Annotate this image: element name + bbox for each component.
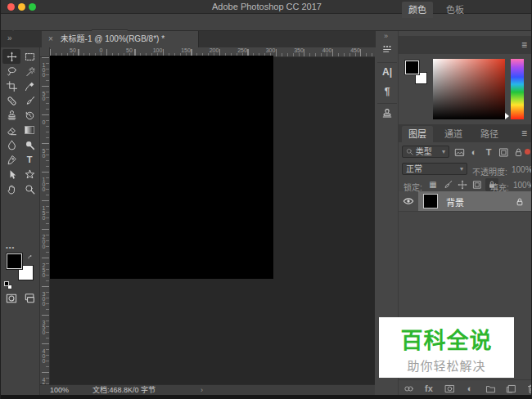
swap-colors-icon[interactable] xyxy=(28,251,35,266)
filter-search-icon xyxy=(406,148,413,155)
ruler-label: 300 xyxy=(264,47,277,53)
mask-icon[interactable] xyxy=(443,382,456,395)
ruler-label: 150 xyxy=(41,205,47,220)
tab-paths[interactable]: 路径 xyxy=(474,126,505,142)
tab-layers[interactable]: 图层 xyxy=(402,126,433,142)
ruler-label: 50 xyxy=(41,91,47,101)
layer-name: 背景 xyxy=(446,195,464,208)
layer-lock-icon xyxy=(515,195,525,210)
ruler-label: 0 xyxy=(95,47,108,53)
folder-icon[interactable] xyxy=(484,382,497,395)
color-panel-menu-icon[interactable]: ≡ xyxy=(521,39,527,51)
saturation-brightness-field[interactable] xyxy=(433,59,505,119)
ruler-label: 350 xyxy=(41,320,47,334)
ruler-label: 150 xyxy=(179,47,192,53)
ruler-label: 50 xyxy=(66,47,79,53)
layer-row-background[interactable]: 背景 xyxy=(418,191,532,211)
tool-eyedropper[interactable] xyxy=(20,78,38,93)
tool-crop[interactable] xyxy=(2,78,20,93)
ruler-label: 250 xyxy=(41,262,47,277)
tab-close-icon[interactable]: × xyxy=(48,34,53,43)
edit-toolbar-ellipsis-icon[interactable]: ••• xyxy=(6,244,15,251)
hue-slider[interactable] xyxy=(511,59,524,119)
tool-dodge[interactable] xyxy=(20,137,38,152)
ruler-label: 100 xyxy=(41,177,47,191)
lock-icon[interactable] xyxy=(512,146,525,159)
tool-shape[interactable] xyxy=(20,167,38,182)
tool-marquee[interactable] xyxy=(20,49,38,64)
tool-healing[interactable] xyxy=(2,93,20,108)
ruler-label: 450 xyxy=(41,377,47,384)
document-tab-title: 未标题-1 @ 100%(RGB/8*) * xyxy=(61,34,165,43)
foreground-color-swatch[interactable] xyxy=(7,253,22,269)
toolbar-expand-icon[interactable]: » xyxy=(7,34,12,43)
tool-hand[interactable] xyxy=(2,182,20,196)
ruler-label: 200 xyxy=(208,47,221,53)
clone-source-panel-icon[interactable] xyxy=(381,108,394,121)
filter-toggle-dot[interactable] xyxy=(525,149,530,155)
character-panel-icon[interactable]: A| xyxy=(381,65,394,78)
link-icon[interactable] xyxy=(402,382,415,395)
adjust-icon[interactable]: ◐ xyxy=(467,146,480,159)
move-icon[interactable] xyxy=(456,178,469,191)
tools-panel: T ••• xyxy=(1,47,40,395)
tool-clone-stamp[interactable] xyxy=(2,108,20,123)
tool-history-brush[interactable] xyxy=(20,108,38,123)
fx-icon[interactable]: fx xyxy=(422,382,435,395)
brush-icon[interactable] xyxy=(441,178,454,191)
document-canvas[interactable] xyxy=(50,56,273,279)
layer-filter-icons: ◐T xyxy=(453,146,525,159)
watermark-subtitle: 助你轻松解决 xyxy=(379,356,514,374)
layer-filter-dropdown[interactable]: 类型▾ xyxy=(402,146,449,158)
tool-type[interactable]: T xyxy=(20,152,38,167)
adjust-icon[interactable]: ◐ xyxy=(463,382,476,395)
tool-gradient[interactable] xyxy=(20,123,38,137)
swatches-panel-icon[interactable] xyxy=(381,43,394,56)
frame-icon[interactable] xyxy=(497,146,510,159)
layers-panel-menu-icon[interactable]: ≡ xyxy=(521,128,527,139)
tool-pen[interactable] xyxy=(2,152,20,167)
tool-lasso[interactable] xyxy=(2,64,20,78)
trash-icon[interactable] xyxy=(525,382,532,395)
hue-slider-marker[interactable] xyxy=(505,113,509,119)
paragraph-panel-icon[interactable]: ¶ xyxy=(381,85,394,98)
ruler-origin-corner[interactable] xyxy=(40,47,50,57)
ruler-label: 350 xyxy=(292,47,305,53)
tool-eraser[interactable] xyxy=(2,123,20,137)
tool-zoom[interactable] xyxy=(20,182,38,196)
image-icon[interactable] xyxy=(453,146,466,159)
layer-thumbnail[interactable] xyxy=(423,194,438,208)
photoshop-window: Adobe Photoshop CC 2017 ▾ 自动选择: 图层▾ 显示变换… xyxy=(0,0,532,399)
ruler-label: 400 xyxy=(41,348,47,363)
tab-swatches[interactable]: 色板 xyxy=(440,2,471,18)
opacity-label: 不透明度: xyxy=(472,165,507,177)
default-colors-icon[interactable] xyxy=(4,281,9,286)
layers-footer-icons: fx◐ xyxy=(402,382,532,395)
watermark-overlay: 百科全说 助你轻松解决 xyxy=(379,317,514,378)
tab-color[interactable]: 颜色 xyxy=(402,2,433,18)
checker-icon[interactable]: ▦ xyxy=(426,178,440,191)
blend-mode-dropdown[interactable]: 正常▾ xyxy=(402,163,467,175)
ruler-label: 50 xyxy=(41,148,47,158)
tool-brush[interactable] xyxy=(20,93,38,108)
screen-mode-icon[interactable] xyxy=(24,293,35,307)
ruler-label: 100 xyxy=(41,62,47,77)
quick-mask-icon[interactable] xyxy=(6,293,17,307)
window-bottom-edge xyxy=(1,395,532,399)
tool-path-select[interactable] xyxy=(2,167,20,182)
color-panel-foreground-swatch[interactable] xyxy=(405,61,419,74)
watermark-title: 百科全说 xyxy=(379,323,514,355)
vertical-ruler: 10050050100150200250300350400450 xyxy=(40,57,50,384)
layer-visibility-eye-icon[interactable] xyxy=(403,195,414,210)
document-tab[interactable]: × 未标题-1 @ 100%(RGB/8*) * xyxy=(42,31,199,47)
frame-icon[interactable] xyxy=(471,178,484,191)
tool-blur[interactable] xyxy=(2,137,20,152)
tab-channels[interactable]: 通道 xyxy=(438,126,469,142)
dock-expand-icon[interactable]: » xyxy=(384,32,388,40)
tool-move[interactable] xyxy=(2,49,20,64)
tool-magic-wand[interactable] xyxy=(20,64,38,78)
status-bar: 100% 文档:468.8K/0 字节 › xyxy=(40,384,375,395)
new-layer-icon[interactable] xyxy=(504,382,517,395)
ruler-label: 400 xyxy=(321,47,334,53)
type-icon[interactable]: T xyxy=(482,146,495,159)
